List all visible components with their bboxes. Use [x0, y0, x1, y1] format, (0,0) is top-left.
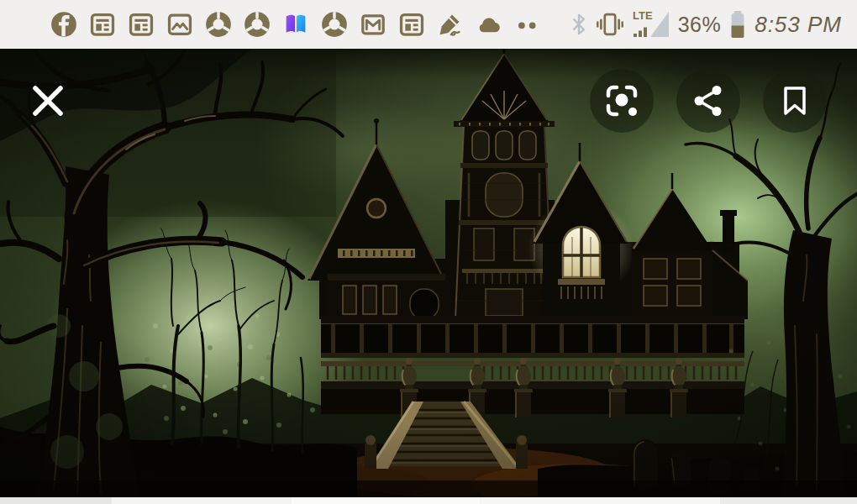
signal-strength-icon: LTE	[632, 8, 670, 40]
photo-gallery-notification-icon	[165, 9, 195, 39]
chrome-notification-icon	[203, 9, 234, 39]
cloud-notification-icon	[474, 9, 504, 39]
vibrate-icon	[596, 10, 624, 39]
bookmark-button[interactable]	[763, 69, 827, 133]
page-below-strip	[0, 497, 857, 504]
google-lens-icon	[603, 82, 640, 119]
top-shade	[0, 49, 857, 79]
share-button[interactable]	[676, 69, 740, 133]
battery-percent: 36%	[678, 13, 722, 37]
news-article-notification-icon	[126, 9, 156, 39]
notification-icons	[49, 9, 543, 39]
bluetooth-icon	[570, 10, 588, 39]
strip-segment	[0, 497, 112, 504]
image-viewer	[0, 49, 857, 497]
system-indicators: LTE 36% 8:53 PM	[570, 8, 849, 40]
facebook-notification-icon	[49, 9, 79, 39]
battery-icon	[728, 9, 747, 39]
strip-segment	[112, 497, 292, 504]
google-lens-button[interactable]	[590, 69, 654, 133]
share-icon	[690, 82, 727, 119]
close-icon	[29, 82, 66, 119]
strip-segment	[292, 497, 480, 504]
bookmark-icon	[776, 82, 813, 119]
strip-segment	[720, 497, 857, 504]
chrome-notification-icon	[319, 9, 350, 39]
bottom-shade	[0, 480, 857, 497]
reading-app-notification-icon	[281, 9, 311, 39]
status-bar: LTE 36% 8:53 PM	[0, 0, 857, 49]
close-button[interactable]	[28, 81, 68, 121]
news-article-notification-icon	[397, 9, 427, 39]
phone-screen: LTE 36% 8:53 PM	[0, 0, 857, 504]
svg-text:LTE: LTE	[633, 9, 653, 22]
signature-pen-notification-icon	[435, 9, 465, 39]
clock: 8:53 PM	[754, 12, 842, 38]
strip-segment	[480, 497, 720, 504]
more-notifications-icon	[513, 9, 543, 39]
chrome-notification-icon	[242, 9, 272, 39]
gmail-notification-icon	[358, 9, 388, 39]
news-article-notification-icon	[87, 9, 118, 39]
